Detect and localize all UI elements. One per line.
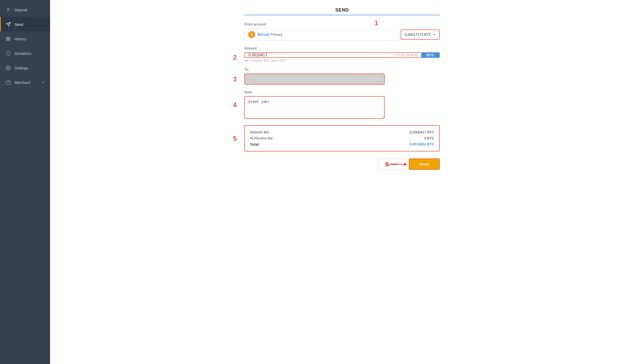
donations-icon bbox=[6, 51, 11, 56]
to-address-input[interactable] bbox=[244, 74, 385, 85]
svg-rect-5 bbox=[7, 40, 10, 41]
svg-rect-7 bbox=[6, 81, 11, 84]
note-label: Note: bbox=[244, 90, 440, 94]
sidebar-item-history[interactable]: History bbox=[0, 32, 50, 46]
to-label: To: bbox=[244, 68, 440, 72]
sidebar-item-label-deposit: Deposit bbox=[15, 8, 27, 12]
arrow-6 bbox=[391, 164, 405, 164]
sidebar-item-send[interactable]: Send bbox=[0, 17, 50, 32]
sidebar-item-deposit[interactable]: Deposit bbox=[0, 3, 50, 17]
annotation-4: 4 bbox=[233, 101, 237, 109]
sidebar: Deposit Send History Donations bbox=[0, 0, 50, 364]
to-group: To: 3 bbox=[244, 68, 440, 85]
page-title: SEND bbox=[244, 8, 440, 13]
sidebar-item-merchant[interactable]: Merchant ▼ bbox=[0, 75, 50, 90]
annotation-2: 2 bbox=[233, 53, 237, 61]
total-value: 0.0010834 BTC bbox=[409, 142, 434, 146]
network-fee-value: 0.0000417 BTC bbox=[410, 130, 434, 134]
balance-value: 0.00017273 BTC bbox=[405, 33, 431, 37]
total-label: Total: bbox=[250, 142, 260, 146]
sidebar-item-label-send: Send bbox=[15, 22, 23, 27]
amount-row: = 1134.14 RUB BTC bbox=[244, 52, 440, 58]
svg-rect-4 bbox=[7, 38, 10, 39]
amount-currency-button[interactable]: BTC bbox=[421, 52, 440, 58]
annotation-5: 5 bbox=[233, 134, 237, 142]
amount-input[interactable] bbox=[248, 53, 386, 57]
annotation-6-container: 6 bbox=[385, 160, 405, 168]
amount-group: Amount: 2 = 1134.14 RUB BTC Min: 0.00104… bbox=[244, 46, 440, 62]
account-selector[interactable]: ₿ Bitcoin Primary bbox=[244, 28, 399, 41]
alfacoins-fee-row: ALFAcoins fee: 0 BTC bbox=[250, 136, 434, 140]
merchant-icon bbox=[6, 80, 11, 85]
sidebar-item-settings[interactable]: Settings bbox=[0, 61, 50, 75]
amount-input-wrapper bbox=[244, 52, 390, 58]
send-button[interactable]: Send bbox=[409, 158, 440, 170]
arrow-head bbox=[404, 162, 407, 166]
balance-dropdown[interactable]: 0.00017273 BTC ▼ bbox=[401, 30, 440, 40]
alfacoins-fee-value: 0 BTC bbox=[424, 136, 434, 140]
fees-group: 5 Network fee: 0.0000417 BTC ALFAcoins f… bbox=[244, 125, 440, 151]
sidebar-item-label-merchant: Merchant bbox=[15, 80, 30, 85]
send-icon bbox=[6, 22, 11, 27]
deposit-icon bbox=[6, 7, 11, 13]
svg-point-6 bbox=[8, 67, 9, 69]
sidebar-item-donations[interactable]: Donations bbox=[0, 46, 50, 61]
sidebar-item-label-history: History bbox=[15, 37, 26, 41]
buttons-container: 6 Cancel Send bbox=[244, 158, 440, 170]
alfacoins-fee-label: ALFAcoins fee: bbox=[250, 136, 273, 140]
main-content: SEND From account: 1 ₿ Bitcoin Primary bbox=[50, 0, 634, 364]
sidebar-item-label-settings: Settings bbox=[15, 66, 28, 70]
svg-point-0 bbox=[8, 8, 9, 10]
title-underline bbox=[244, 15, 440, 15]
amount-label: Amount: bbox=[244, 46, 440, 50]
from-account-row: ₿ Bitcoin Primary 0.00017273 BTC ▼ bbox=[244, 28, 440, 41]
fees-box: Network fee: 0.0000417 BTC ALFAcoins fee… bbox=[244, 125, 440, 151]
amount-hint: Min: 0.0010417 BTC, Max: 5 BTC bbox=[244, 59, 440, 62]
btc-coin-icon: ₿ bbox=[248, 31, 255, 38]
total-row: Total: 0.0010834 BTC bbox=[250, 142, 434, 146]
sidebar-item-label-donations: Donations bbox=[15, 51, 32, 56]
buttons-row: Cancel Send bbox=[244, 158, 440, 170]
network-fee-label: Network fee: bbox=[250, 130, 270, 134]
note-group: Note: 4 Great job! bbox=[244, 90, 440, 120]
merchant-chevron-icon: ▼ bbox=[42, 81, 45, 84]
dropdown-arrow-icon: ▼ bbox=[433, 33, 436, 36]
settings-icon bbox=[6, 65, 11, 71]
annotation-1: 1 bbox=[375, 19, 378, 27]
page-title-container: SEND bbox=[244, 8, 440, 15]
history-icon bbox=[6, 36, 11, 42]
amount-rub-equiv: = 1134.14 RUB bbox=[390, 52, 421, 58]
network-fee-row: Network fee: 0.0000417 BTC bbox=[250, 130, 434, 134]
from-account-group: From account: 1 ₿ Bitcoin Primary bbox=[244, 22, 440, 41]
svg-rect-3 bbox=[7, 37, 10, 38]
from-account-label: From account: bbox=[244, 22, 440, 26]
account-name: Bitcoin Primary bbox=[258, 33, 283, 37]
annotation-3: 3 bbox=[233, 75, 237, 83]
note-input[interactable]: Great job! bbox=[244, 96, 385, 119]
annotation-6: 6 bbox=[385, 160, 389, 168]
